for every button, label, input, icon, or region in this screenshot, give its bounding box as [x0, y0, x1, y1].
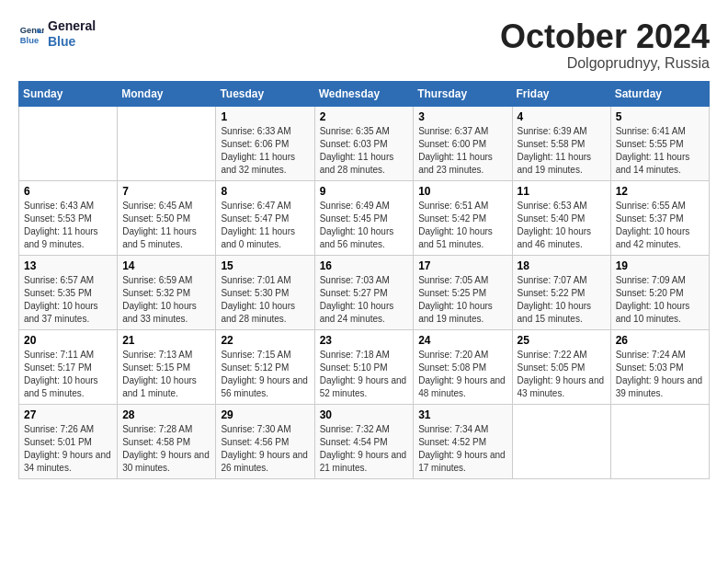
day-cell [118, 106, 216, 180]
week-row-1: 1Sunrise: 6:33 AMSunset: 6:06 PMDaylight… [19, 106, 710, 180]
day-header-saturday: Saturday [610, 81, 709, 106]
day-number: 16 [320, 259, 409, 272]
day-number: 14 [122, 259, 210, 272]
week-row-5: 27Sunrise: 7:26 AMSunset: 5:01 PMDayligh… [19, 404, 710, 478]
day-number: 12 [616, 185, 704, 198]
day-cell [19, 106, 118, 180]
day-header-tuesday: Tuesday [216, 81, 314, 106]
day-number: 29 [221, 408, 309, 421]
day-info: Sunrise: 7:18 AMSunset: 5:10 PMDaylight:… [320, 349, 409, 400]
day-cell: 26Sunrise: 7:24 AMSunset: 5:03 PMDayligh… [610, 329, 709, 404]
day-cell [610, 404, 709, 478]
day-cell: 14Sunrise: 6:59 AMSunset: 5:32 PMDayligh… [118, 255, 216, 329]
day-cell: 13Sunrise: 6:57 AMSunset: 5:35 PMDayligh… [19, 255, 118, 329]
day-info: Sunrise: 6:53 AMSunset: 5:40 PMDaylight:… [518, 200, 606, 251]
day-info: Sunrise: 7:26 AMSunset: 5:01 PMDaylight:… [24, 423, 112, 475]
day-cell: 30Sunrise: 7:32 AMSunset: 4:54 PMDayligh… [314, 404, 414, 478]
day-cell: 5Sunrise: 6:41 AMSunset: 5:55 PMDaylight… [610, 106, 709, 180]
day-info: Sunrise: 6:37 AMSunset: 6:00 PMDaylight:… [418, 125, 506, 177]
day-info: Sunrise: 7:24 AMSunset: 5:03 PMDaylight:… [616, 349, 704, 400]
day-number: 3 [418, 110, 506, 123]
month-title: October 2024 [500, 18, 710, 55]
day-cell: 19Sunrise: 7:09 AMSunset: 5:20 PMDayligh… [610, 255, 709, 329]
day-number: 21 [122, 334, 210, 347]
day-info: Sunrise: 6:41 AMSunset: 5:55 PMDaylight:… [616, 125, 704, 177]
days-header-row: SundayMondayTuesdayWednesdayThursdayFrid… [19, 81, 710, 106]
day-info: Sunrise: 6:39 AMSunset: 5:58 PMDaylight:… [518, 125, 606, 177]
day-info: Sunrise: 6:51 AMSunset: 5:42 PMDaylight:… [418, 200, 506, 251]
day-cell: 17Sunrise: 7:05 AMSunset: 5:25 PMDayligh… [414, 255, 512, 329]
svg-text:General: General [20, 26, 44, 35]
day-number: 9 [320, 185, 409, 198]
day-number: 23 [320, 334, 409, 347]
day-cell: 25Sunrise: 7:22 AMSunset: 5:05 PMDayligh… [512, 329, 610, 404]
day-header-friday: Friday [512, 81, 610, 106]
day-cell: 2Sunrise: 6:35 AMSunset: 6:03 PMDaylight… [314, 106, 414, 180]
day-info: Sunrise: 6:47 AMSunset: 5:47 PMDaylight:… [221, 200, 309, 251]
day-cell [512, 404, 610, 478]
day-info: Sunrise: 7:09 AMSunset: 5:20 PMDaylight:… [616, 274, 704, 326]
day-cell: 23Sunrise: 7:18 AMSunset: 5:10 PMDayligh… [314, 329, 414, 404]
day-info: Sunrise: 6:57 AMSunset: 5:35 PMDaylight:… [24, 274, 112, 326]
week-row-2: 6Sunrise: 6:43 AMSunset: 5:53 PMDaylight… [19, 180, 710, 255]
day-cell: 20Sunrise: 7:11 AMSunset: 5:17 PMDayligh… [19, 329, 118, 404]
day-number: 31 [418, 408, 506, 421]
day-info: Sunrise: 7:20 AMSunset: 5:08 PMDaylight:… [418, 349, 506, 400]
day-cell: 12Sunrise: 6:55 AMSunset: 5:37 PMDayligh… [610, 180, 709, 255]
day-number: 26 [616, 334, 704, 347]
day-cell: 18Sunrise: 7:07 AMSunset: 5:22 PMDayligh… [512, 255, 610, 329]
day-number: 22 [221, 334, 309, 347]
week-row-4: 20Sunrise: 7:11 AMSunset: 5:17 PMDayligh… [19, 329, 710, 404]
day-info: Sunrise: 6:33 AMSunset: 6:06 PMDaylight:… [221, 125, 309, 177]
day-number: 28 [122, 408, 210, 421]
day-number: 5 [616, 110, 704, 123]
day-number: 30 [320, 408, 409, 421]
day-header-wednesday: Wednesday [314, 81, 414, 106]
day-info: Sunrise: 7:15 AMSunset: 5:12 PMDaylight:… [221, 349, 309, 400]
svg-text:Blue: Blue [20, 36, 39, 45]
day-cell: 28Sunrise: 7:28 AMSunset: 4:58 PMDayligh… [118, 404, 216, 478]
day-header-sunday: Sunday [19, 81, 118, 106]
day-info: Sunrise: 7:22 AMSunset: 5:05 PMDaylight:… [518, 349, 606, 400]
day-number: 19 [616, 259, 704, 272]
day-info: Sunrise: 6:59 AMSunset: 5:32 PMDaylight:… [122, 274, 210, 326]
day-number: 10 [418, 185, 506, 198]
calendar-table: SundayMondayTuesdayWednesdayThursdayFrid… [18, 81, 710, 479]
day-cell: 6Sunrise: 6:43 AMSunset: 5:53 PMDaylight… [19, 180, 118, 255]
logo-text: General Blue [48, 18, 96, 50]
location-title: Dolgoprudnyy, Russia [500, 55, 710, 72]
logo: General Blue General Blue [18, 18, 96, 50]
day-cell: 24Sunrise: 7:20 AMSunset: 5:08 PMDayligh… [414, 329, 512, 404]
day-header-monday: Monday [118, 81, 216, 106]
day-info: Sunrise: 6:49 AMSunset: 5:45 PMDaylight:… [320, 200, 409, 251]
week-row-3: 13Sunrise: 6:57 AMSunset: 5:35 PMDayligh… [19, 255, 710, 329]
day-number: 20 [24, 334, 112, 347]
day-info: Sunrise: 7:01 AMSunset: 5:30 PMDaylight:… [221, 274, 309, 326]
day-cell: 1Sunrise: 6:33 AMSunset: 6:06 PMDaylight… [216, 106, 314, 180]
day-info: Sunrise: 7:03 AMSunset: 5:27 PMDaylight:… [320, 274, 409, 326]
day-cell: 15Sunrise: 7:01 AMSunset: 5:30 PMDayligh… [216, 255, 314, 329]
day-number: 17 [418, 259, 506, 272]
day-number: 15 [221, 259, 309, 272]
day-info: Sunrise: 7:13 AMSunset: 5:15 PMDaylight:… [122, 349, 210, 400]
day-number: 8 [221, 185, 309, 198]
day-number: 11 [518, 185, 606, 198]
day-info: Sunrise: 6:35 AMSunset: 6:03 PMDaylight:… [320, 125, 409, 177]
day-header-thursday: Thursday [414, 81, 512, 106]
page-header: General Blue General Blue October 2024 D… [18, 18, 710, 72]
day-info: Sunrise: 7:30 AMSunset: 4:56 PMDaylight:… [221, 423, 309, 475]
day-number: 24 [418, 334, 506, 347]
day-info: Sunrise: 7:34 AMSunset: 4:52 PMDaylight:… [418, 423, 506, 475]
day-number: 25 [518, 334, 606, 347]
day-cell: 31Sunrise: 7:34 AMSunset: 4:52 PMDayligh… [414, 404, 512, 478]
day-number: 13 [24, 259, 112, 272]
day-number: 1 [221, 110, 309, 123]
day-info: Sunrise: 7:32 AMSunset: 4:54 PMDaylight:… [320, 423, 409, 475]
day-info: Sunrise: 7:11 AMSunset: 5:17 PMDaylight:… [24, 349, 112, 400]
day-info: Sunrise: 7:07 AMSunset: 5:22 PMDaylight:… [518, 274, 606, 326]
title-block: October 2024 Dolgoprudnyy, Russia [500, 18, 710, 72]
day-cell: 3Sunrise: 6:37 AMSunset: 6:00 PMDaylight… [414, 106, 512, 180]
day-cell: 22Sunrise: 7:15 AMSunset: 5:12 PMDayligh… [216, 329, 314, 404]
day-cell: 29Sunrise: 7:30 AMSunset: 4:56 PMDayligh… [216, 404, 314, 478]
day-number: 18 [518, 259, 606, 272]
